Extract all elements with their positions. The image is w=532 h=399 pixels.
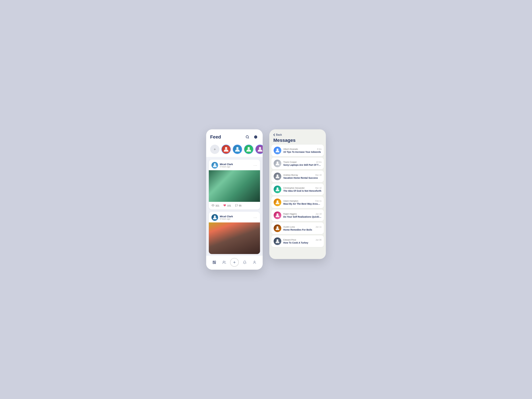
svg-point-9 (259, 147, 261, 149)
post-likes-1[interactable]: 101 (223, 204, 231, 208)
add-story-button[interactable]: + (210, 145, 219, 154)
eye-icon (211, 204, 215, 208)
svg-point-28 (277, 226, 279, 228)
post-comments-1[interactable]: 55 (235, 204, 241, 208)
msg-avatar-7 (274, 224, 281, 232)
msg-avatar-2 (274, 160, 281, 167)
story-avatar-1[interactable] (222, 145, 231, 154)
msg-sender-8: Edward Price (283, 239, 296, 241)
nav-people-button[interactable] (221, 259, 228, 266)
svg-point-8 (247, 147, 250, 149)
message-item-7[interactable]: Austin Luna Jan 11 Home Remedies For Boi… (271, 222, 324, 234)
story-avatar-4[interactable] (255, 145, 263, 154)
msg-body-8: Edward Price Jan 06 How To Cook A Turkey (283, 239, 322, 244)
messages-header: Back Messages (269, 129, 326, 145)
story-avatar-2[interactable] (233, 145, 242, 154)
svg-point-11 (214, 163, 216, 165)
svg-point-29 (277, 239, 279, 241)
nav-notifications-button[interactable] (241, 259, 248, 266)
msg-sender-7: Austin Luna (283, 226, 295, 228)
message-item-8[interactable]: Edward Price Jan 06 How To Cook A Turkey (271, 235, 324, 247)
post-image-2 (209, 222, 260, 254)
message-item-2[interactable]: Travis Cooper 10 hrs Sony Laptops Are St… (271, 158, 324, 169)
msg-top-row-2: Travis Cooper 10 hrs (283, 161, 322, 163)
nav-feed-button[interactable] (211, 259, 218, 266)
msg-body-6: Ralph Higgins Jan 19 Do Your Self Realiz… (283, 213, 322, 218)
msg-top-row-5: Adam Hampton Feb 11 (283, 200, 322, 202)
msg-time-3: Mar 19 (315, 174, 322, 176)
svg-point-5 (256, 137, 257, 137)
post-avatar-2 (211, 214, 218, 221)
msg-subject-5: Maui By Air The Best Way Around .. (283, 203, 322, 205)
msg-body-3: Andrew Murray Mar 19 Vacation Home Renta… (283, 174, 322, 179)
msg-avatar-6 (274, 211, 281, 219)
msg-top-row-7: Austin Luna Jan 11 (283, 226, 322, 228)
svg-rect-16 (215, 261, 216, 262)
svg-point-23 (277, 161, 279, 163)
svg-point-22 (277, 148, 279, 151)
bottom-nav (206, 256, 263, 270)
stories-row: + (206, 143, 263, 157)
post-user-details-2: Mical Clark 6 hours ago (220, 215, 233, 220)
msg-avatar-4 (274, 185, 281, 193)
svg-point-24 (277, 174, 279, 176)
svg-point-13 (214, 215, 216, 217)
messages-button[interactable] (253, 134, 259, 140)
post-time-2: 6 hours ago (220, 218, 233, 220)
msg-time-4: Mar 10 (315, 187, 322, 189)
messages-screen: Back Messages Albert Alvarado 8 hrs (269, 129, 326, 259)
message-item-6[interactable]: Ralph Higgins Jan 19 Do Your Self Realiz… (271, 209, 324, 221)
msg-subject-7: Home Remedies For Boils (283, 228, 322, 231)
msg-sender-4: Christopher Alexander (283, 187, 305, 189)
msg-top-row-4: Christopher Alexander Mar 10 (283, 187, 322, 189)
search-button[interactable] (244, 134, 250, 140)
story-avatar-3[interactable] (244, 145, 253, 154)
message-item-4[interactable]: Christopher Alexander Mar 10 The Idea Of… (271, 184, 324, 195)
nav-add-button[interactable] (230, 258, 239, 267)
msg-time-5: Feb 11 (315, 200, 322, 202)
svg-rect-14 (213, 261, 214, 262)
post-user-name-2: Mical Clark (220, 215, 233, 218)
post-user-info-1: Mical Clark 5 hours ago (211, 162, 233, 169)
post-more-1[interactable]: ··· (253, 163, 257, 167)
msg-sender-3: Andrew Murray (283, 174, 298, 176)
msg-body-1: Albert Alvarado 8 hrs 15 Tips To Increas… (283, 148, 322, 153)
feed-title: Feed (210, 134, 221, 140)
messages-title: Messages (273, 138, 322, 143)
msg-top-row-3: Andrew Murray Mar 19 (283, 174, 322, 176)
msg-sender-5: Adam Hampton (283, 200, 298, 202)
msg-time-8: Jan 06 (316, 239, 322, 241)
svg-rect-15 (213, 262, 214, 264)
msg-subject-2: Sony Laptops Are Still Part Of The Sony (283, 164, 322, 166)
svg-point-12 (213, 205, 214, 206)
post-image-1 (209, 170, 260, 202)
svg-point-21 (254, 261, 255, 262)
post-user-details-1: Mical Clark 5 hours ago (220, 163, 233, 168)
msg-avatar-8 (274, 237, 281, 245)
back-button[interactable]: Back (273, 133, 322, 136)
message-item-1[interactable]: Albert Alvarado 8 hrs 15 Tips To Increas… (271, 145, 324, 156)
msg-sender-2: Travis Cooper (283, 161, 297, 163)
nav-profile-button[interactable] (251, 259, 258, 266)
msg-avatar-1 (274, 147, 281, 154)
screens-container: Feed + (206, 129, 326, 270)
msg-avatar-5 (274, 198, 281, 206)
message-item-5[interactable]: Adam Hampton Feb 11 Maui By Air The Best… (271, 196, 324, 208)
feed-header-icons (244, 134, 259, 140)
svg-point-7 (236, 147, 239, 149)
post-more-2[interactable]: ··· (253, 216, 257, 219)
msg-top-row-1: Albert Alvarado 8 hrs (283, 148, 322, 150)
message-item-3[interactable]: Andrew Murray Mar 19 Vacation Home Renta… (271, 171, 324, 182)
feed-screen: Feed + (206, 129, 263, 270)
comments-count-1: 55 (239, 204, 241, 207)
post-user-name-1: Mical Clark (220, 163, 233, 165)
post-views-1: 321 (211, 204, 219, 208)
post-card-1: Mical Clark 5 hours ago ··· (209, 160, 260, 209)
msg-subject-8: How To Cook A Turkey (283, 241, 322, 244)
msg-time-1: 8 hrs (317, 148, 322, 150)
msg-time-6: Jan 19 (316, 213, 322, 215)
msg-subject-6: Do Your Self Realizations Quickly.... (283, 215, 322, 218)
msg-subject-4: The Idea Of God Is Not Henceforth (283, 190, 322, 192)
msg-top-row-6: Ralph Higgins Jan 19 (283, 213, 322, 215)
back-label: Back (276, 133, 282, 136)
